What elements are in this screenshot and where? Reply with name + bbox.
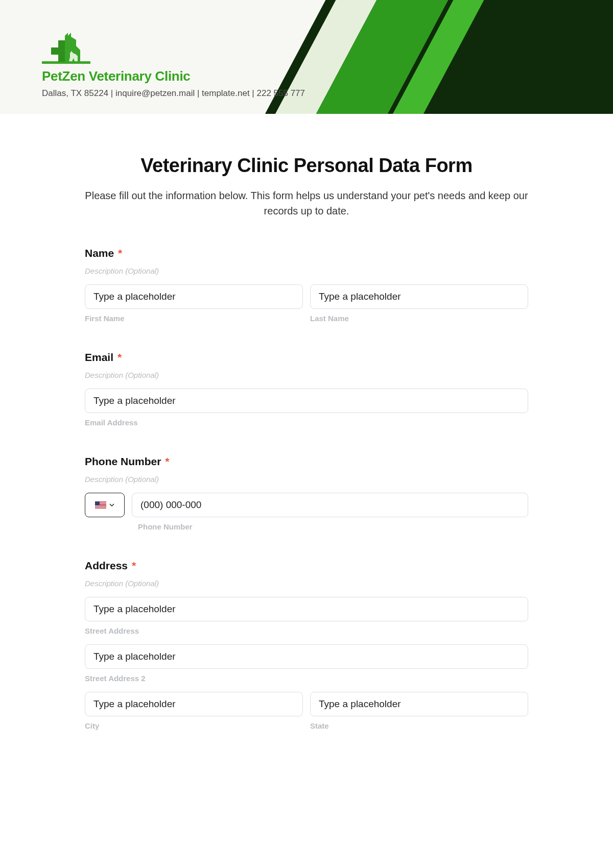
us-flag-icon xyxy=(95,501,106,509)
last-name-input[interactable] xyxy=(310,284,528,309)
phone-sublabel: Phone Number xyxy=(138,522,528,531)
email-label-text: Email xyxy=(85,351,113,363)
email-hint: Description (Optional) xyxy=(85,371,528,379)
chevron-down-icon xyxy=(109,502,114,508)
required-mark: * xyxy=(117,351,122,363)
address-label-text: Address xyxy=(85,560,128,571)
last-name-sublabel: Last Name xyxy=(310,314,528,323)
field-group-email: Email * Description (Optional) Email Add… xyxy=(72,351,541,427)
address-label: Address * xyxy=(85,560,528,572)
name-label: Name * xyxy=(85,247,528,259)
required-mark: * xyxy=(165,455,169,467)
email-sublabel: Email Address xyxy=(85,418,528,427)
phone-number-input[interactable] xyxy=(132,493,528,517)
svg-rect-0 xyxy=(42,61,90,64)
address-hint: Description (Optional) xyxy=(85,579,528,588)
street-address-sublabel: Street Address xyxy=(85,626,528,635)
city-input[interactable] xyxy=(85,692,303,716)
email-input[interactable] xyxy=(85,389,528,413)
street-address-input[interactable] xyxy=(85,597,528,621)
company-name: PetZen Veterinary Clinic xyxy=(42,68,613,84)
first-name-sublabel: First Name xyxy=(85,314,303,323)
name-label-text: Name xyxy=(85,247,114,259)
name-hint: Description (Optional) xyxy=(85,267,528,275)
required-mark: * xyxy=(118,247,122,259)
company-logo-icon xyxy=(42,30,90,65)
city-sublabel: City xyxy=(85,721,303,730)
state-input[interactable] xyxy=(310,692,528,716)
country-code-select[interactable] xyxy=(85,493,125,517)
field-group-name: Name * Description (Optional) First Name… xyxy=(72,247,541,323)
form-container: Veterinary Clinic Personal Data Form Ple… xyxy=(72,114,541,751)
field-group-address: Address * Description (Optional) Street … xyxy=(72,560,541,730)
field-group-phone: Phone Number * Description (Optional) Ph… xyxy=(72,455,541,531)
street-address-2-input[interactable] xyxy=(85,644,528,669)
state-sublabel: State xyxy=(310,721,528,730)
phone-label: Phone Number * xyxy=(85,455,528,468)
form-description: Please fill out the information below. T… xyxy=(72,188,541,219)
phone-hint: Description (Optional) xyxy=(85,475,528,484)
page-header: PetZen Veterinary Clinic Dallas, TX 8522… xyxy=(0,0,613,114)
form-title: Veterinary Clinic Personal Data Form xyxy=(72,155,541,177)
required-mark: * xyxy=(132,560,136,571)
first-name-input[interactable] xyxy=(85,284,303,309)
company-contact-line: Dallas, TX 85224 | inquire@petzen.mail |… xyxy=(42,88,613,99)
phone-label-text: Phone Number xyxy=(85,455,161,467)
email-label: Email * xyxy=(85,351,528,364)
street-address-2-sublabel: Street Address 2 xyxy=(85,674,528,683)
